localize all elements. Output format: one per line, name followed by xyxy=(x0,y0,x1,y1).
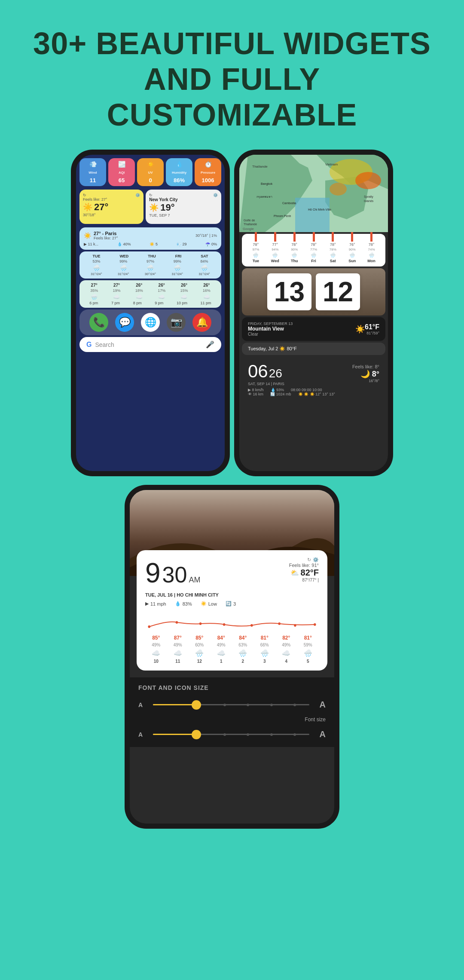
weather-condition: Clear xyxy=(248,332,293,337)
dock-notification[interactable]: 🔔 xyxy=(192,313,211,332)
temp-range: 30°/18° xyxy=(83,213,140,217)
settings-waw[interactable]: ⚙️ xyxy=(313,557,319,563)
local-weather-card[interactable]: ↻ ⚙️ Feels like: 27° ☀️ 27° 30°/18° xyxy=(79,190,143,224)
uv-label: UV xyxy=(148,171,153,175)
slider-2[interactable] xyxy=(153,734,309,735)
wind-strip: ▶ 11 k... xyxy=(84,242,98,246)
wind-widget[interactable]: 💨 Wind 11 xyxy=(79,158,106,186)
aqi-widget[interactable]: 🌫️ AQI 65 xyxy=(108,158,135,186)
svg-text:Cambodia: Cambodia xyxy=(282,202,296,205)
a-large-2: A xyxy=(320,729,326,739)
slider-1[interactable] xyxy=(153,704,309,705)
h-col-1: 87° xyxy=(167,635,189,641)
map-widget[interactable]: Thaïlande Vietnam Bangkok กรุงเทพมหา Cam… xyxy=(239,155,388,232)
svg-point-19 xyxy=(199,622,202,625)
clock-widget: 13 12 xyxy=(242,268,385,315)
refresh-icon[interactable]: ↻ xyxy=(83,193,86,197)
h-col-5: 81° xyxy=(254,635,276,641)
settings-bar: FONT AND ICON SIZE A A Font size xyxy=(130,677,334,747)
uv-icon: ☀️ xyxy=(147,161,154,168)
feels-temp-waw: 82°F xyxy=(301,568,319,578)
feels-label: Feels like: 8° xyxy=(352,364,379,369)
waw-feels-section: ↻ ⚙️ Feels like: 91° ⛅ 82°F 87°/77° | xyxy=(289,557,319,582)
left-phone-frame: 💨 Wind 11 🌫️ AQI 65 ☀️ UV 0 💧 Humidity xyxy=(71,150,230,476)
dock-camera[interactable]: 📷 xyxy=(167,313,186,332)
header: 30+ BEAUTIFUL WIDGETS AND FULLY CUSTOMIZ… xyxy=(0,0,464,150)
nyc-weather-card[interactable]: ↻ ⚙️ New York City ☀️ 19° TUE, SEP 7 xyxy=(146,190,221,224)
svg-text:Hô Chi Minh-Ville: Hô Chi Minh-Ville xyxy=(308,208,331,211)
dock-chrome[interactable]: 🌐 xyxy=(141,313,160,332)
humidity-widget[interactable]: 💧 Humidity 86% xyxy=(166,158,192,186)
svg-point-17 xyxy=(148,625,150,628)
svg-text:Islands: Islands xyxy=(364,199,374,202)
a-small-1: A xyxy=(138,701,143,708)
partly-cloudy-icon: ⛅ xyxy=(290,569,299,577)
h-col-7: 81° xyxy=(297,635,319,641)
waw-date-location: TUE, JUL 16 | HO CHI MINH CITY xyxy=(145,592,319,597)
headline: 30+ BEAUTIFUL WIDGETS AND FULLY CUSTOMIZ… xyxy=(17,26,447,132)
pct-col-4: 63% xyxy=(232,643,254,647)
search-bar[interactable]: G Search 🎤 xyxy=(79,337,221,352)
pct-col-5: 66% xyxy=(254,643,276,647)
pct-col-7: 59% xyxy=(297,643,319,647)
icon-row: 🌧️ 🌧️ 🌧️ 🌧️ 🌧️ xyxy=(83,264,218,271)
settings-icon[interactable]: ⚙️ xyxy=(135,193,140,197)
city-temp: 19° xyxy=(160,202,174,213)
chart-bars: 95° 78° 97% 🌧️ Tue 88° 77° 94% 🌧️ Wed xyxy=(246,237,381,263)
time-hours: 06 xyxy=(248,361,268,382)
font-size-label: Font size xyxy=(138,717,326,723)
city-name: New York City xyxy=(149,197,218,202)
svg-point-20 xyxy=(223,623,226,626)
svg-point-18 xyxy=(176,621,178,624)
waw-header: 9 30 AM ↻ ⚙️ Feels like: 91° ⛅ 82°F xyxy=(145,557,319,589)
dock-messages[interactable]: 💬 xyxy=(115,313,134,332)
mic-icon[interactable]: 🎤 xyxy=(206,340,214,349)
dock-phone[interactable]: 📞 xyxy=(89,313,108,332)
pressure-widget[interactable]: ⏱️ Pressure 1006 xyxy=(195,158,221,186)
humidity-label: Humidity xyxy=(172,171,186,175)
stat-wind: ▶ 11 mph xyxy=(145,601,166,606)
settings-icon-2[interactable]: ⚙️ xyxy=(213,193,218,197)
svg-point-23 xyxy=(294,624,296,627)
waw-ampm: AM xyxy=(189,576,200,585)
uv-widget[interactable]: ☀️ UV 0 xyxy=(137,158,164,186)
hum-icon-waw: 💧 xyxy=(175,601,181,606)
day-3: FRI xyxy=(175,254,182,258)
feels-label-waw: Feels like: 91° xyxy=(289,563,319,568)
card-top: ↻ ⚙️ xyxy=(83,193,140,197)
font-settings-title: FONT AND ICON SIZE xyxy=(138,684,326,691)
weather-app-widget[interactable]: 9 30 AM ↻ ⚙️ Feels like: 91° ⛅ 82°F xyxy=(137,550,327,671)
temps-row: ☀️ ☀️ ☀️ 12° 13° 13° xyxy=(298,392,335,396)
tue-icon: ☀️ xyxy=(279,346,287,351)
clock-hour: 13 xyxy=(267,273,311,310)
a-large-1: A xyxy=(320,700,326,710)
time-widget: 06 26 SAT, SEP 14 | PARIS Feels like: 8°… xyxy=(242,357,385,401)
day-4: SAT xyxy=(201,254,208,258)
refresh-icon-2[interactable]: ↻ xyxy=(149,193,153,197)
ht-temp-row: 27° 27° 26° 26° 26° 26° xyxy=(83,283,218,288)
right-phone-frame: Thaïlande Vietnam Bangkok กรุงเทพมหา Cam… xyxy=(234,150,393,476)
h-col-2: 85° xyxy=(189,635,211,641)
waw-stats-row: ▶ 11 mph 💧 83% ☀️ Low 🔄 3 xyxy=(145,601,319,606)
waw-hourly-times: 10 11 12 1 2 3 xyxy=(145,659,319,664)
pressure-tw: 🔄 1024 mb xyxy=(270,392,291,396)
waw-minutes: 30 xyxy=(162,562,187,588)
clock-minute: 12 xyxy=(316,273,360,310)
tue-date: Tuesday, Jul 2 xyxy=(248,346,278,351)
uv-icon-waw: ☀️ xyxy=(201,601,207,606)
time-minutes: 26 xyxy=(269,367,282,380)
weather-info-widget: FRIDAY, SEPTEMBER 13 Mountain View Clear… xyxy=(242,317,385,341)
uv-strip: ☀️ 5 xyxy=(150,242,158,246)
hourly-temps: 27° 27° 26° 26° 26° 26° 35% 19% 18% 17% … xyxy=(79,280,221,308)
svg-rect-4 xyxy=(295,198,330,232)
phones-row: 💨 Wind 11 🌫️ AQI 65 ☀️ UV 0 💧 Humidity xyxy=(0,150,464,476)
visibility: 👁 16 km xyxy=(248,392,263,396)
pct-col-0: 49% xyxy=(145,643,167,647)
ht-time-row: 6 pm 7 pm 8 pm 9 pm 10 pm 11 pm xyxy=(83,301,218,305)
pressure-icon: ⏱️ xyxy=(205,161,212,168)
refresh-waw[interactable]: ↻ xyxy=(307,557,311,563)
hum-strip: 💧 40% xyxy=(117,242,131,246)
daily-forecast: TUE WED THU FRI SAT 53% 99% 97% 99% 84% … xyxy=(79,251,221,279)
main-weather-row: ↻ ⚙️ Feels like: 27° ☀️ 27° 30°/18° ↻ ⚙️ xyxy=(76,188,225,226)
humidity-icon: 💧 xyxy=(176,161,183,168)
